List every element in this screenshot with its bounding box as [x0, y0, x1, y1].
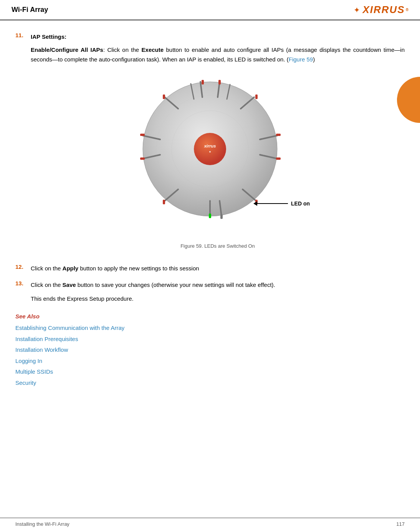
- express-setup-text: This ends the Express Setup procedure.: [31, 294, 405, 304]
- page-footer: Installing the Wi-Fi Array 117: [0, 518, 420, 530]
- svg-rect-24: [163, 94, 165, 99]
- svg-text:xirrus: xirrus: [204, 144, 216, 148]
- iap-settings-heading: IAP Settings:: [31, 33, 66, 40]
- see-also-section: See Also Establishing Communication with…: [15, 311, 405, 388]
- item-body-12: Click on the Apply button to apply the n…: [31, 263, 405, 273]
- svg-point-27: [194, 133, 226, 165]
- text-paren-close: ): [313, 56, 315, 63]
- svg-rect-8: [276, 134, 281, 136]
- svg-text:●: ●: [209, 150, 211, 154]
- item-body-11: IAP Settings: Enable/Configure All IAPs:…: [31, 32, 405, 257]
- led-text: LED on: [291, 200, 310, 207]
- footer-left: Installing the Wi-Fi Array: [15, 521, 69, 527]
- save-desc: button to save your changes (otherwise y…: [76, 282, 275, 288]
- list-item-12: 12. Click on the Apply button to apply t…: [15, 263, 405, 273]
- svg-rect-20: [140, 157, 145, 160]
- led-arrow: [253, 201, 288, 206]
- see-also-link-6[interactable]: Security: [15, 378, 405, 389]
- figure-image: xirrus ● LED on: [137, 76, 298, 237]
- svg-rect-6: [255, 94, 258, 99]
- enable-configure-label: Enable/Configure All IAPs: [31, 46, 103, 53]
- page-header: Wi-Fi Array ✦ XIRRUS ®: [0, 0, 420, 20]
- list-item-13: 13. Click on the Save button to save you…: [15, 280, 405, 303]
- item-text-11: IAP Settings:: [31, 32, 405, 42]
- led-label: LED on: [253, 200, 310, 207]
- logo-text: XIRRUS: [362, 4, 405, 16]
- svg-rect-14: [220, 214, 223, 219]
- figure-caption: Figure 59. LEDs are Switched On: [180, 243, 255, 249]
- save-label: Save: [63, 282, 76, 288]
- see-also-link-5[interactable]: Multiple SSIDs: [15, 366, 405, 378]
- svg-rect-2: [202, 80, 204, 84]
- item-text-12: Click on the Apply button to apply the n…: [31, 263, 405, 273]
- item-body-13: Click on the Save button to save your ch…: [31, 280, 405, 303]
- main-content: 11. IAP Settings: Enable/Configure All I…: [0, 20, 420, 396]
- see-also-link-4[interactable]: Logging In: [15, 356, 405, 367]
- item-text-13: Click on the Save button to save your ch…: [31, 280, 405, 290]
- led-arrowhead: [253, 201, 257, 206]
- see-also-link-2[interactable]: Installation Prerequisites: [15, 334, 405, 345]
- logo: ✦ XIRRUS ®: [354, 4, 408, 16]
- figure-59-link[interactable]: Figure 59: [289, 56, 313, 63]
- page-title: Wi-Fi Array: [12, 6, 48, 14]
- click-save-text: Click on the: [31, 282, 63, 288]
- see-also-link-1[interactable]: Establishing Communication with the Arra…: [15, 323, 405, 334]
- wifi-array-svg: xirrus ●: [137, 76, 283, 222]
- apply-label: Apply: [63, 265, 79, 272]
- item-number-11: 11.: [15, 32, 27, 257]
- iap-settings-body: Enable/Configure All IAPs: Click on the …: [31, 45, 405, 65]
- list-item-11: 11. IAP Settings: Enable/Configure All I…: [15, 32, 405, 257]
- text-colon: : Click on the: [103, 46, 142, 53]
- logo-icon: ✦: [354, 5, 360, 15]
- figure-container: xirrus ● LED on F: [31, 76, 405, 249]
- svg-rect-10: [276, 157, 281, 160]
- led-line: [257, 203, 288, 204]
- see-also-link-3[interactable]: Installation Workflow: [15, 344, 405, 356]
- svg-rect-18: [163, 200, 165, 204]
- svg-rect-22: [140, 134, 145, 136]
- item-number-12: 12.: [15, 263, 27, 273]
- svg-rect-4: [218, 80, 221, 84]
- item-number-13: 13.: [15, 280, 27, 303]
- apply-desc: button to apply the new settings to this…: [78, 265, 199, 272]
- svg-rect-16: [209, 214, 211, 218]
- footer-right: 117: [396, 521, 405, 527]
- execute-label: Execute: [142, 46, 164, 53]
- click-apply-text: Click on the: [31, 265, 63, 272]
- see-also-title: See Also: [15, 313, 405, 320]
